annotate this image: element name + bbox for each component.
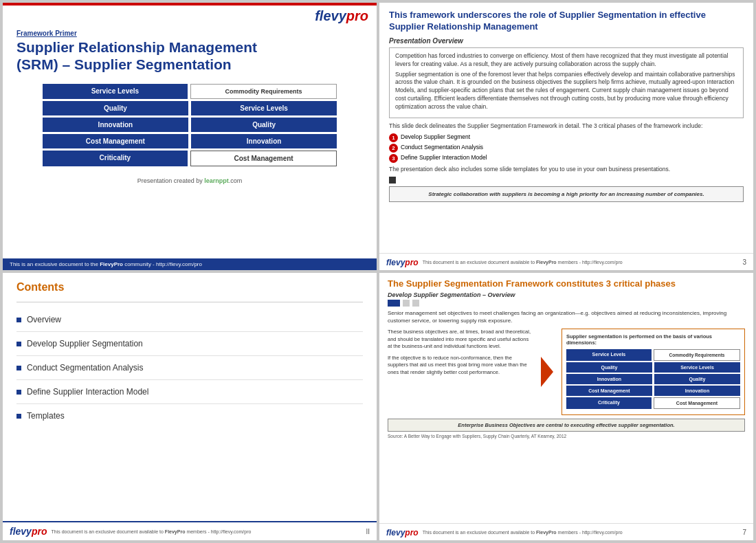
nav-dot-1 <box>403 300 410 307</box>
seg-col2-row4: Cost Management <box>654 397 740 409</box>
slide4-left-text: These business objectives are, at times,… <box>388 329 533 415</box>
contents-item-2: Develop Supplier Segmentation <box>16 332 363 356</box>
seg-table-row: Quality Service Levels <box>566 362 740 373</box>
phase-1: 1 Develop Supplier Segment <box>389 133 744 142</box>
contents-item-5: Templates <box>16 404 363 428</box>
seg-table-row: Criticality Cost Management <box>566 397 740 409</box>
bullet-icon <box>16 342 21 346</box>
seg-col2-row2: Quality <box>654 374 740 384</box>
col1-row2: Quality <box>43 101 188 115</box>
seg-table-row: Cost Management Innovation <box>566 386 740 396</box>
slide3-footer-logo: flevypro <box>10 525 47 538</box>
seg-table-row: Innovation Quality <box>566 374 740 384</box>
slide4-section-label: Develop Supplier Segmentation – Overview <box>388 291 745 298</box>
slide4-seg-table: Service Levels Commodity Requirements Qu… <box>566 349 740 409</box>
slide4-footer-text: This document is an exclusive document a… <box>423 530 623 535</box>
bullet-icon <box>16 390 21 395</box>
seg-col2-header: Commodity Requirements <box>654 349 740 361</box>
slide4-source: Source: A Better Way to Engage with Supp… <box>388 434 745 439</box>
col1-row5: Criticality <box>43 151 188 166</box>
slide3-content: Contents Overview Develop Supplier Segme… <box>3 273 377 521</box>
nav-dot-2 <box>412 300 419 307</box>
table-row: Innovation Quality <box>43 118 337 132</box>
phase-3: 3 Define Supplier Interaction Model <box>389 154 744 163</box>
col1-row1: Service Levels <box>43 84 188 99</box>
col1-row4: Cost Management <box>43 134 188 148</box>
contents-item-3: Conduct Segmentation Analysis <box>16 356 363 380</box>
slide2-title: This framework underscores the role of S… <box>389 10 744 33</box>
decorative-dot <box>389 177 396 184</box>
slide2-overview-box: Competition has forced industries to con… <box>389 47 744 118</box>
slide1-dimensions-table: Service Levels Commodity Requirements Qu… <box>43 84 337 166</box>
phase-2: 2 Conduct Segmentation Analysis <box>389 144 744 153</box>
slide1-footer-text: Presentation created by learnppt.com <box>16 177 363 184</box>
seg-col1-row1: Service Levels <box>566 349 652 361</box>
contents-item-4: Define Supplier Interaction Model <box>16 380 363 404</box>
col2-row3: Innovation <box>191 134 337 148</box>
seg-col1-row2: Quality <box>566 362 652 373</box>
col1-row3: Innovation <box>43 118 188 132</box>
seg-col1-row4: Cost Management <box>566 386 652 396</box>
slide4-nav <box>388 300 745 307</box>
slide2-phases: 1 Develop Supplier Segment 2 Conduct Seg… <box>389 133 744 163</box>
seg-col2-row1: Service Levels <box>654 362 740 373</box>
nav-active-box <box>388 300 400 307</box>
col2-row1: Service Levels <box>191 101 337 115</box>
slide4-footer: flevypro This document is an exclusive d… <box>379 523 753 540</box>
contents-item-1: Overview <box>16 308 363 332</box>
table-row: Quality Service Levels <box>43 101 337 115</box>
seg-col1-row5: Criticality <box>566 397 652 409</box>
slide2-footer: flevypro This document is an exclusive d… <box>379 253 753 270</box>
bullet-icon <box>16 318 21 322</box>
slide3-footer: flevypro This document is an exclusive d… <box>3 521 377 540</box>
slide-1: flevypro Framework Primer Supplier Relat… <box>3 3 377 270</box>
slide1-bottom-bar: This is an exclusive document to the Fle… <box>3 258 377 270</box>
slide3-title: Contents <box>16 281 363 293</box>
slide2-footer-text: This document is an exclusive document a… <box>423 260 623 265</box>
slide2-quote-box: Strategic collaboration with suppliers i… <box>389 186 744 202</box>
phase-num-3: 3 <box>389 154 398 163</box>
framework-label: Framework Primer <box>16 30 363 37</box>
seg-table-row: Service Levels Commodity Requirements <box>566 349 740 361</box>
arrow-icon <box>541 357 553 387</box>
col2-row4: Cost Management <box>190 151 337 166</box>
table-row: Criticality Cost Management <box>43 151 337 166</box>
slide4-quote-box: Enterprise Business Objectives are centr… <box>388 419 745 432</box>
slide4-body: These business objectives are, at times,… <box>388 329 745 415</box>
bullet-icon <box>16 366 21 370</box>
slide3-page-num: II <box>366 528 370 535</box>
slide-3: Contents Overview Develop Supplier Segme… <box>3 273 377 540</box>
slide4-title: The Supplier Segmentation Framework cons… <box>388 278 745 289</box>
phase-num-1: 1 <box>389 133 398 142</box>
table-row: Service Levels Commodity Requirements <box>43 84 337 99</box>
slide4-arrow <box>538 329 556 415</box>
seg-col1-row3: Innovation <box>566 374 652 384</box>
slide1-content: Framework Primer Supplier Relationship M… <box>3 24 377 258</box>
slide-2: This framework underscores the role of S… <box>379 3 753 270</box>
slide3-footer-text: This document is an exclusive document a… <box>51 529 251 534</box>
phase-num-2: 2 <box>389 144 398 153</box>
slide2-footer-logo: flevypro <box>386 256 419 268</box>
slide4-right-box: Supplier segmentation is performed on th… <box>562 329 745 415</box>
col2-header: Commodity Requirements <box>190 84 337 99</box>
slide-4: The Supplier Segmentation Framework cons… <box>379 273 753 540</box>
slide4-content: The Supplier Segmentation Framework cons… <box>379 273 753 523</box>
slide2-page-num: 3 <box>742 258 746 266</box>
col2-row2: Quality <box>191 118 337 132</box>
slide4-footer-logo: flevypro <box>386 526 419 538</box>
bullet-icon <box>16 414 21 419</box>
slide1-logo: flevypro <box>315 8 368 24</box>
slide1-title: Supplier Relationship Management (SRM) –… <box>16 38 363 73</box>
slide3-divider <box>16 302 363 302</box>
table-row: Cost Management Innovation <box>43 134 337 148</box>
slide2-section-label: Presentation Overview <box>389 37 744 45</box>
slide4-page-num: 7 <box>742 529 746 536</box>
seg-col2-row3: Innovation <box>654 386 740 396</box>
slide2-content: This framework underscores the role of S… <box>379 3 753 253</box>
